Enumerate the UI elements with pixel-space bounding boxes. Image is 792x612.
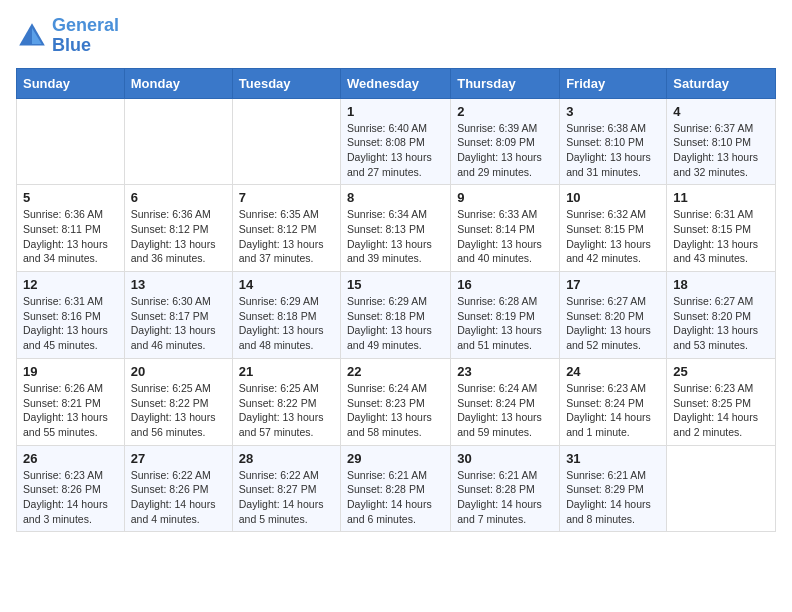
day-info: Sunrise: 6:22 AM Sunset: 8:27 PM Dayligh…	[239, 468, 334, 527]
calendar-cell: 4Sunrise: 6:37 AM Sunset: 8:10 PM Daylig…	[667, 98, 776, 185]
header-cell-monday: Monday	[124, 68, 232, 98]
week-row: 12Sunrise: 6:31 AM Sunset: 8:16 PM Dayli…	[17, 272, 776, 359]
calendar-cell: 11Sunrise: 6:31 AM Sunset: 8:15 PM Dayli…	[667, 185, 776, 272]
calendar-cell: 24Sunrise: 6:23 AM Sunset: 8:24 PM Dayli…	[560, 358, 667, 445]
day-number: 2	[457, 104, 553, 119]
calendar-cell	[667, 445, 776, 532]
header-cell-wednesday: Wednesday	[341, 68, 451, 98]
day-number: 23	[457, 364, 553, 379]
day-number: 6	[131, 190, 226, 205]
day-info: Sunrise: 6:25 AM Sunset: 8:22 PM Dayligh…	[239, 381, 334, 440]
day-number: 25	[673, 364, 769, 379]
day-number: 19	[23, 364, 118, 379]
day-number: 10	[566, 190, 660, 205]
day-info: Sunrise: 6:28 AM Sunset: 8:19 PM Dayligh…	[457, 294, 553, 353]
calendar-cell: 30Sunrise: 6:21 AM Sunset: 8:28 PM Dayli…	[451, 445, 560, 532]
day-info: Sunrise: 6:38 AM Sunset: 8:10 PM Dayligh…	[566, 121, 660, 180]
day-number: 16	[457, 277, 553, 292]
calendar-cell: 22Sunrise: 6:24 AM Sunset: 8:23 PM Dayli…	[341, 358, 451, 445]
day-number: 1	[347, 104, 444, 119]
calendar-header: SundayMondayTuesdayWednesdayThursdayFrid…	[17, 68, 776, 98]
day-info: Sunrise: 6:37 AM Sunset: 8:10 PM Dayligh…	[673, 121, 769, 180]
day-number: 28	[239, 451, 334, 466]
calendar-cell: 31Sunrise: 6:21 AM Sunset: 8:29 PM Dayli…	[560, 445, 667, 532]
day-info: Sunrise: 6:21 AM Sunset: 8:28 PM Dayligh…	[457, 468, 553, 527]
day-number: 9	[457, 190, 553, 205]
calendar-cell: 8Sunrise: 6:34 AM Sunset: 8:13 PM Daylig…	[341, 185, 451, 272]
header-cell-friday: Friday	[560, 68, 667, 98]
day-number: 29	[347, 451, 444, 466]
day-number: 27	[131, 451, 226, 466]
day-number: 20	[131, 364, 226, 379]
day-info: Sunrise: 6:36 AM Sunset: 8:11 PM Dayligh…	[23, 207, 118, 266]
week-row: 26Sunrise: 6:23 AM Sunset: 8:26 PM Dayli…	[17, 445, 776, 532]
calendar-cell: 29Sunrise: 6:21 AM Sunset: 8:28 PM Dayli…	[341, 445, 451, 532]
calendar-cell: 15Sunrise: 6:29 AM Sunset: 8:18 PM Dayli…	[341, 272, 451, 359]
day-number: 22	[347, 364, 444, 379]
calendar-cell: 28Sunrise: 6:22 AM Sunset: 8:27 PM Dayli…	[232, 445, 340, 532]
calendar-cell	[17, 98, 125, 185]
calendar-cell: 21Sunrise: 6:25 AM Sunset: 8:22 PM Dayli…	[232, 358, 340, 445]
calendar-cell	[232, 98, 340, 185]
calendar-cell: 3Sunrise: 6:38 AM Sunset: 8:10 PM Daylig…	[560, 98, 667, 185]
calendar-cell: 20Sunrise: 6:25 AM Sunset: 8:22 PM Dayli…	[124, 358, 232, 445]
header-cell-saturday: Saturday	[667, 68, 776, 98]
day-number: 26	[23, 451, 118, 466]
calendar-cell: 10Sunrise: 6:32 AM Sunset: 8:15 PM Dayli…	[560, 185, 667, 272]
calendar-cell	[124, 98, 232, 185]
day-number: 8	[347, 190, 444, 205]
logo-text: General Blue	[52, 16, 119, 56]
day-info: Sunrise: 6:33 AM Sunset: 8:14 PM Dayligh…	[457, 207, 553, 266]
day-info: Sunrise: 6:32 AM Sunset: 8:15 PM Dayligh…	[566, 207, 660, 266]
calendar-cell: 16Sunrise: 6:28 AM Sunset: 8:19 PM Dayli…	[451, 272, 560, 359]
calendar-cell: 27Sunrise: 6:22 AM Sunset: 8:26 PM Dayli…	[124, 445, 232, 532]
day-info: Sunrise: 6:26 AM Sunset: 8:21 PM Dayligh…	[23, 381, 118, 440]
day-number: 5	[23, 190, 118, 205]
header-cell-thursday: Thursday	[451, 68, 560, 98]
day-number: 7	[239, 190, 334, 205]
calendar-body: 1Sunrise: 6:40 AM Sunset: 8:08 PM Daylig…	[17, 98, 776, 532]
day-number: 4	[673, 104, 769, 119]
day-info: Sunrise: 6:23 AM Sunset: 8:26 PM Dayligh…	[23, 468, 118, 527]
week-row: 5Sunrise: 6:36 AM Sunset: 8:11 PM Daylig…	[17, 185, 776, 272]
day-info: Sunrise: 6:29 AM Sunset: 8:18 PM Dayligh…	[347, 294, 444, 353]
day-number: 30	[457, 451, 553, 466]
day-info: Sunrise: 6:40 AM Sunset: 8:08 PM Dayligh…	[347, 121, 444, 180]
week-row: 19Sunrise: 6:26 AM Sunset: 8:21 PM Dayli…	[17, 358, 776, 445]
day-number: 31	[566, 451, 660, 466]
calendar-cell: 18Sunrise: 6:27 AM Sunset: 8:20 PM Dayli…	[667, 272, 776, 359]
day-number: 3	[566, 104, 660, 119]
calendar-cell: 14Sunrise: 6:29 AM Sunset: 8:18 PM Dayli…	[232, 272, 340, 359]
day-number: 18	[673, 277, 769, 292]
day-info: Sunrise: 6:27 AM Sunset: 8:20 PM Dayligh…	[566, 294, 660, 353]
calendar-cell: 17Sunrise: 6:27 AM Sunset: 8:20 PM Dayli…	[560, 272, 667, 359]
day-info: Sunrise: 6:21 AM Sunset: 8:28 PM Dayligh…	[347, 468, 444, 527]
day-info: Sunrise: 6:23 AM Sunset: 8:24 PM Dayligh…	[566, 381, 660, 440]
calendar-cell: 23Sunrise: 6:24 AM Sunset: 8:24 PM Dayli…	[451, 358, 560, 445]
day-number: 21	[239, 364, 334, 379]
header-cell-tuesday: Tuesday	[232, 68, 340, 98]
day-info: Sunrise: 6:35 AM Sunset: 8:12 PM Dayligh…	[239, 207, 334, 266]
calendar-cell: 6Sunrise: 6:36 AM Sunset: 8:12 PM Daylig…	[124, 185, 232, 272]
logo-icon	[16, 20, 48, 52]
calendar-table: SundayMondayTuesdayWednesdayThursdayFrid…	[16, 68, 776, 533]
day-info: Sunrise: 6:24 AM Sunset: 8:23 PM Dayligh…	[347, 381, 444, 440]
header: General Blue	[16, 16, 776, 56]
calendar-cell: 13Sunrise: 6:30 AM Sunset: 8:17 PM Dayli…	[124, 272, 232, 359]
calendar-cell: 1Sunrise: 6:40 AM Sunset: 8:08 PM Daylig…	[341, 98, 451, 185]
day-number: 14	[239, 277, 334, 292]
day-number: 17	[566, 277, 660, 292]
day-info: Sunrise: 6:31 AM Sunset: 8:15 PM Dayligh…	[673, 207, 769, 266]
calendar-cell: 9Sunrise: 6:33 AM Sunset: 8:14 PM Daylig…	[451, 185, 560, 272]
svg-marker-1	[32, 28, 42, 44]
calendar-cell: 12Sunrise: 6:31 AM Sunset: 8:16 PM Dayli…	[17, 272, 125, 359]
day-number: 11	[673, 190, 769, 205]
day-info: Sunrise: 6:21 AM Sunset: 8:29 PM Dayligh…	[566, 468, 660, 527]
day-info: Sunrise: 6:34 AM Sunset: 8:13 PM Dayligh…	[347, 207, 444, 266]
day-number: 24	[566, 364, 660, 379]
calendar-cell: 2Sunrise: 6:39 AM Sunset: 8:09 PM Daylig…	[451, 98, 560, 185]
day-number: 12	[23, 277, 118, 292]
day-info: Sunrise: 6:22 AM Sunset: 8:26 PM Dayligh…	[131, 468, 226, 527]
calendar-cell: 26Sunrise: 6:23 AM Sunset: 8:26 PM Dayli…	[17, 445, 125, 532]
day-number: 13	[131, 277, 226, 292]
